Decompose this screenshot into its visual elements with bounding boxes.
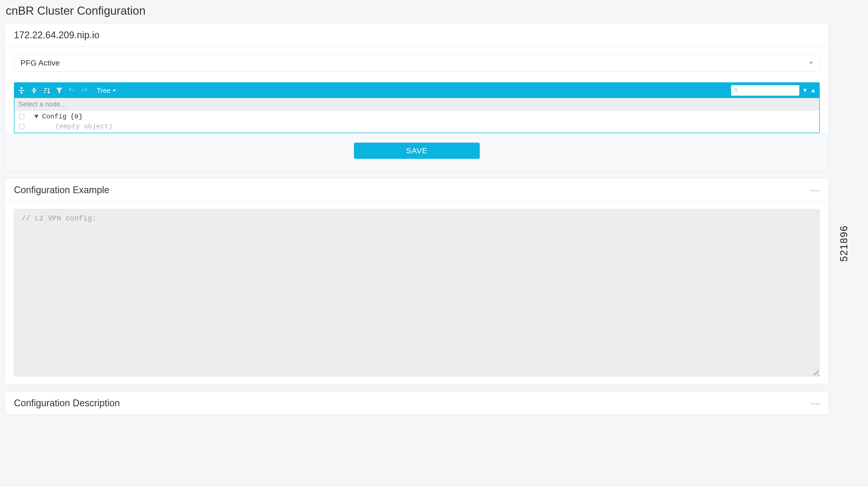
collapse-all-icon[interactable] [30,87,38,94]
config-description-card: Configuration Description — [5,392,829,415]
filter-icon[interactable] [55,87,63,94]
config-example-title: Configuration Example [14,185,109,196]
view-mode-dropdown[interactable]: Tree [97,87,116,95]
tree-empty-label: (empty object) [28,123,113,131]
redo-icon[interactable] [81,87,88,94]
expand-all-icon[interactable] [18,87,25,94]
chevron-down-icon [113,90,116,92]
view-mode-label: Tree [97,87,111,95]
save-section: SAVE [5,133,828,171]
config-example-body: // L2 VPN config: [5,201,828,384]
config-example-card: Configuration Example — // L2 VPN config… [5,178,829,384]
page-title: cnBR Cluster Configuration [5,4,829,17]
cluster-host-label: 172.22.64.209.nip.io [14,30,99,41]
config-description-title: Configuration Description [14,398,120,409]
config-example-textarea[interactable]: // L2 VPN config: [14,209,820,377]
save-button[interactable]: SAVE [354,142,480,159]
editor-toolbar: Tree ▼ ▲ [14,83,819,98]
editor-search-group: ▼ ▲ [731,85,816,96]
tree-row-checkbox[interactable] [19,124,24,129]
tree-toggle-icon[interactable]: ▼ [34,113,38,121]
profile-select[interactable]: PFG Active [14,54,820,72]
undo-icon[interactable] [68,87,76,94]
config-card-header: 172.22.64.209.nip.io [5,24,828,47]
image-reference-number: 521896 [838,225,850,262]
editor-tree: ▼ Config {0} (empty object) [14,110,819,133]
chevron-down-icon [809,62,813,64]
collapse-icon[interactable]: — [810,398,820,408]
tree-row-checkbox[interactable] [19,114,24,119]
tree-empty-row: (empty object) [14,122,819,132]
tree-key: Config [42,113,67,121]
editor-breadcrumb: Select a node... [14,98,819,110]
resize-grip-icon[interactable] [813,370,818,375]
config-description-header[interactable]: Configuration Description — [5,392,828,414]
collapse-icon[interactable]: — [810,185,820,195]
profile-select-value: PFG Active [21,59,60,67]
tree-count: {0} [70,113,83,121]
config-example-header[interactable]: Configuration Example — [5,179,828,201]
sort-icon[interactable] [43,87,51,94]
json-editor: Tree ▼ ▲ [14,82,820,133]
search-prev-icon[interactable]: ▲ [810,88,816,93]
search-next-icon[interactable]: ▼ [802,88,808,93]
editor-search-input[interactable] [731,85,799,96]
config-card-body: PFG Active [5,47,828,133]
config-card: 172.22.64.209.nip.io PFG Active [5,24,829,171]
tree-root-row[interactable]: ▼ Config {0} [14,112,819,122]
